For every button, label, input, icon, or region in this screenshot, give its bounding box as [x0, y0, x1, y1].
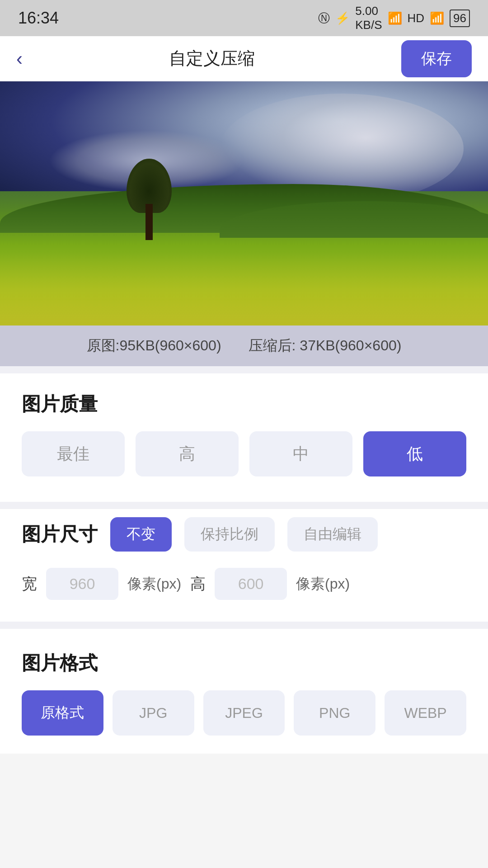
divider-3: [0, 622, 488, 629]
divider-2: [0, 502, 488, 509]
image-preview: [0, 81, 488, 326]
header: ‹ 自定义压缩 保存: [0, 36, 488, 81]
tree-trunk: [145, 204, 153, 240]
size-option-free[interactable]: 自由编辑: [287, 517, 378, 552]
battery-level: 96: [453, 11, 466, 25]
size-option-ratio[interactable]: 保持比例: [184, 517, 275, 552]
size-section: 图片尺寸 不变 保持比例 自由编辑 宽 960 像素(px) 高 600 像素(…: [22, 517, 466, 600]
height-label: 高: [190, 574, 206, 594]
signal-icon: 📶: [430, 11, 444, 25]
divider-1: [0, 366, 488, 373]
size-section-title: 图片尺寸: [22, 522, 98, 547]
format-section: 图片格式 原格式 JPG JPEG PNG WEBP: [22, 651, 466, 736]
nfc-icon: Ⓝ: [318, 10, 330, 26]
height-value[interactable]: 600: [215, 568, 287, 600]
tree-element: [122, 150, 176, 240]
quality-btn-low[interactable]: 低: [363, 431, 466, 476]
format-btn-png[interactable]: PNG: [294, 690, 375, 736]
quality-btn-high[interactable]: 高: [136, 431, 239, 476]
height-unit: 像素(px): [296, 574, 350, 594]
status-icons: Ⓝ ⚡ 5.00KB/S 📶 HD 📶 96: [318, 4, 470, 32]
width-label: 宽: [22, 574, 37, 594]
flowers-layer: [0, 252, 488, 326]
page-title: 自定义压缩: [169, 47, 255, 70]
quality-section-title: 图片质量: [22, 392, 466, 417]
format-btn-jpg[interactable]: JPG: [113, 690, 194, 736]
save-button[interactable]: 保存: [401, 40, 472, 77]
status-time: 16:34: [18, 9, 59, 28]
speed-text: 5.00KB/S: [355, 4, 382, 32]
content-area: 图片质量 最佳 高 中 低 图片尺寸 不变 保持比例 自由编辑 宽 960 像素…: [0, 373, 488, 754]
width-unit: 像素(px): [127, 574, 181, 594]
size-header: 图片尺寸 不变 保持比例 自由编辑: [22, 517, 466, 552]
size-option-unchanged[interactable]: 不变: [110, 517, 172, 552]
format-btn-webp[interactable]: WEBP: [385, 690, 466, 736]
compressed-info: 压缩后: 37KB(960×600): [249, 336, 402, 356]
status-bar: 16:34 Ⓝ ⚡ 5.00KB/S 📶 HD 📶 96: [0, 0, 488, 36]
wifi-icon: 📶: [388, 11, 402, 25]
original-info: 原图:95KB(960×600): [87, 336, 221, 356]
dimension-row: 宽 960 像素(px) 高 600 像素(px): [22, 568, 466, 600]
back-button[interactable]: ‹: [16, 48, 23, 70]
format-section-title: 图片格式: [22, 651, 466, 676]
info-bar: 原图:95KB(960×600) 压缩后: 37KB(960×600): [0, 326, 488, 366]
quality-btn-medium[interactable]: 中: [249, 431, 352, 476]
quality-options: 最佳 高 中 低: [22, 431, 466, 476]
format-btn-jpeg[interactable]: JPEG: [203, 690, 285, 736]
battery-icon: 96: [450, 9, 470, 27]
width-value[interactable]: 960: [46, 568, 118, 600]
quality-btn-best[interactable]: 最佳: [22, 431, 125, 476]
format-options: 原格式 JPG JPEG PNG WEBP: [22, 690, 466, 736]
format-btn-original[interactable]: 原格式: [22, 690, 103, 736]
hd-badge: HD: [408, 11, 425, 25]
bluetooth-icon: ⚡: [335, 11, 350, 25]
